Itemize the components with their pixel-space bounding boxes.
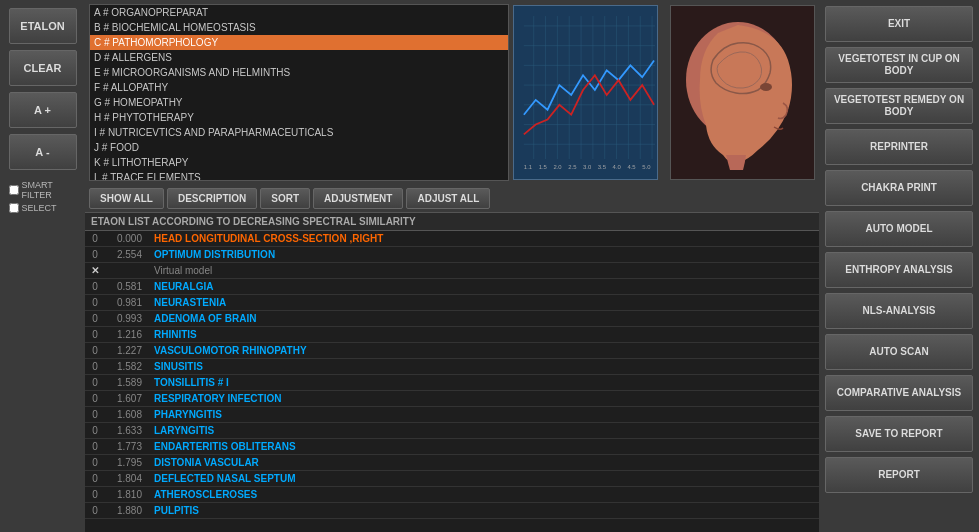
sort-button[interactable]: SORT: [260, 188, 310, 209]
row-value: 1.608: [105, 407, 150, 423]
vegetotest-remedy-button[interactable]: VEGETOTEST REMEDY ON BODY: [825, 88, 973, 124]
row-x-marker: 0: [85, 407, 105, 423]
row-value: 1.216: [105, 327, 150, 343]
table-row[interactable]: 00.581NEURALGIA: [85, 279, 819, 295]
report-button[interactable]: REPORT: [825, 457, 973, 493]
table-row[interactable]: 00.993ADENOMA OF BRAIN: [85, 311, 819, 327]
category-item-c[interactable]: C # PATHOMORPHOLOGY: [90, 35, 508, 50]
chakra-print-button[interactable]: CHAKRA PRINT: [825, 170, 973, 206]
table-row[interactable]: 02.554OPTIMUM DISTRIBUTION: [85, 247, 819, 263]
category-item-a[interactable]: A # ORGANOPREPARAT: [90, 5, 508, 20]
show-all-button[interactable]: SHOW ALL: [89, 188, 164, 209]
svg-text:1.5: 1.5: [539, 164, 548, 170]
svg-text:3.5: 3.5: [598, 164, 607, 170]
center-panel: A # ORGANOPREPARATB # BIOCHEMICAL HOMEOS…: [85, 0, 819, 532]
row-x-marker: 0: [85, 471, 105, 487]
auto-model-button[interactable]: AUTO MODEL: [825, 211, 973, 247]
row-name: RESPIRATORY INFECTION: [150, 391, 819, 407]
toolbar: SHOW ALL DESCRIPTION SORT ADJUSTMENT ADJ…: [85, 185, 819, 212]
vegetotest-body-button[interactable]: VEGETOTEST IN CUP ON BODY: [825, 47, 973, 83]
row-name: PHARYNGITIS: [150, 407, 819, 423]
row-x-marker: 0: [85, 423, 105, 439]
row-x-marker: 0: [85, 311, 105, 327]
row-x-marker: 0: [85, 279, 105, 295]
row-value: 1.633: [105, 423, 150, 439]
row-value: 0.000: [105, 231, 150, 247]
svg-text:1.1: 1.1: [524, 164, 532, 170]
clear-button[interactable]: CLEAR: [9, 50, 77, 86]
enthropy-analysis-button[interactable]: ENTHROPY ANALYSIS: [825, 252, 973, 288]
row-name: TONSILLITIS # I: [150, 375, 819, 391]
etalon-button[interactable]: ETALON: [9, 8, 77, 44]
row-name: SINUSITIS: [150, 359, 819, 375]
table-row[interactable]: 01.810ATHEROSCLEROSES: [85, 487, 819, 503]
table-row[interactable]: 01.633LARYNGITIS: [85, 423, 819, 439]
category-item-h[interactable]: H # PHYTOTHERAPY: [90, 110, 508, 125]
table-row[interactable]: 00.981NEURASTENIA: [85, 295, 819, 311]
description-button[interactable]: DESCRIPTION: [167, 188, 257, 209]
row-value: 1.880: [105, 503, 150, 519]
row-x-marker: 0: [85, 487, 105, 503]
smart-filter-area: SMART FILTER SELECT: [9, 180, 77, 213]
category-item-l[interactable]: L # TRACE ELEMENTS: [90, 170, 508, 180]
row-value: 1.795: [105, 455, 150, 471]
row-x-marker: 0: [85, 375, 105, 391]
reprinter-button[interactable]: REPRINTER: [825, 129, 973, 165]
smart-filter-checkbox[interactable]: [9, 185, 19, 195]
table-row[interactable]: 01.216RHINITIS: [85, 327, 819, 343]
table-row[interactable]: 01.608PHARYNGITIS: [85, 407, 819, 423]
row-name: ENDARTERITIS OBLITERANS: [150, 439, 819, 455]
etaon-table-container[interactable]: 00.000HEAD LONGITUDINAL CROSS-SECTION ,R…: [85, 231, 819, 532]
table-row[interactable]: 01.880PULPITIS: [85, 503, 819, 519]
row-value: 1.227: [105, 343, 150, 359]
select-checkbox[interactable]: [9, 203, 19, 213]
category-item-j[interactable]: J # FOOD: [90, 140, 508, 155]
charts-area: 1.1 1.5 2.0 2.5 3.0 3.5 4.0 4.5 5.0: [509, 0, 819, 185]
category-item-f[interactable]: F # ALLOPATHY: [90, 80, 508, 95]
table-row[interactable]: 01.804DEFLECTED NASAL SEPTUM: [85, 471, 819, 487]
smart-filter-label[interactable]: SMART FILTER: [9, 180, 77, 200]
category-item-g[interactable]: G # HOMEOPATHY: [90, 95, 508, 110]
select-label[interactable]: SELECT: [9, 203, 77, 213]
table-row[interactable]: 01.773ENDARTERITIS OBLITERANS: [85, 439, 819, 455]
row-value: [105, 263, 150, 279]
adjustment-button[interactable]: ADJUSTMENT: [313, 188, 403, 209]
table-row[interactable]: 01.795DISTONIA VASCULAR: [85, 455, 819, 471]
category-item-d[interactable]: D # ALLERGENS: [90, 50, 508, 65]
row-value: 1.589: [105, 375, 150, 391]
save-to-report-button[interactable]: SAVE TO REPORT: [825, 416, 973, 452]
a-plus-button[interactable]: A +: [9, 92, 77, 128]
adjust-all-button[interactable]: ADJUST ALL: [406, 188, 490, 209]
svg-text:4.0: 4.0: [613, 164, 622, 170]
row-x-marker: 0: [85, 359, 105, 375]
svg-point-29: [760, 83, 772, 91]
row-value: 1.773: [105, 439, 150, 455]
row-name: HEAD LONGITUDINAL CROSS-SECTION ,RIGHT: [150, 231, 819, 247]
table-row[interactable]: ✕Virtual model: [85, 263, 819, 279]
comparative-analysis-button[interactable]: COMPARATIVE ANALYSIS: [825, 375, 973, 411]
category-item-k[interactable]: K # LITHOTHERAPY: [90, 155, 508, 170]
auto-scan-button[interactable]: AUTO SCAN: [825, 334, 973, 370]
table-row[interactable]: 00.000HEAD LONGITUDINAL CROSS-SECTION ,R…: [85, 231, 819, 247]
row-value: 2.554: [105, 247, 150, 263]
table-row[interactable]: 01.227VASCULOMOTOR RHINOPATHY: [85, 343, 819, 359]
row-name: ADENOMA OF BRAIN: [150, 311, 819, 327]
row-x-marker: 0: [85, 231, 105, 247]
row-x-marker: 0: [85, 455, 105, 471]
row-name: NEURALGIA: [150, 279, 819, 295]
nls-analysis-button[interactable]: NLS-ANALYSIS: [825, 293, 973, 329]
spectral-chart: 1.1 1.5 2.0 2.5 3.0 3.5 4.0 4.5 5.0: [513, 5, 658, 180]
table-row[interactable]: 01.607RESPIRATORY INFECTION: [85, 391, 819, 407]
category-item-e[interactable]: E # MICROORGANISMS AND HELMINTHS: [90, 65, 508, 80]
row-value: 0.981: [105, 295, 150, 311]
a-minus-button[interactable]: A -: [9, 134, 77, 170]
row-value: 1.810: [105, 487, 150, 503]
table-row[interactable]: 01.582SINUSITIS: [85, 359, 819, 375]
category-item-i[interactable]: I # NUTRICEVTICS AND PARAPHARMACEUTICALS: [90, 125, 508, 140]
row-x-marker: 0: [85, 295, 105, 311]
row-value: 1.804: [105, 471, 150, 487]
row-x-marker: 0: [85, 439, 105, 455]
table-row[interactable]: 01.589TONSILLITIS # I: [85, 375, 819, 391]
category-item-b[interactable]: B # BIOCHEMICAL HOMEOSTASIS: [90, 20, 508, 35]
exit-button[interactable]: EXIT: [825, 6, 973, 42]
